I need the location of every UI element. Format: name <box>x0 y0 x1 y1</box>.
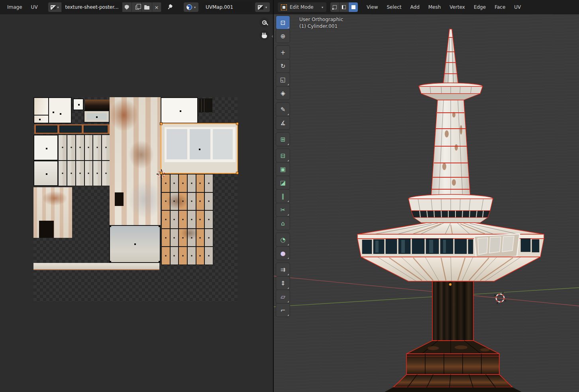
menu-view[interactable]: View <box>363 3 382 12</box>
tool-annotate[interactable]: ✎ <box>276 103 290 116</box>
edge-select-button[interactable] <box>340 2 349 12</box>
blender-window: Image UV ▾ texture-sheet-poster... <box>0 0 579 392</box>
tool-move[interactable]: + <box>276 46 290 59</box>
tool-select-box[interactable]: ⊡ <box>276 16 290 29</box>
viewport-header: Edit Mode ▾ View Select Add Mesh Vertex … <box>274 0 579 14</box>
uv-island-top-panel[interactable] <box>161 97 198 123</box>
tower-main-deck[interactable] <box>357 223 544 281</box>
menu-vertex[interactable]: Vertex <box>446 3 469 12</box>
tool-knife[interactable]: ✂ <box>276 203 290 216</box>
tool-extrude-region[interactable]: ⊟ <box>276 149 290 162</box>
texture-dark-rust <box>85 100 110 110</box>
tower-lower-shaft[interactable] <box>432 281 473 341</box>
tool-cursor[interactable]: ⊕ <box>276 29 290 43</box>
image-icon <box>51 5 56 10</box>
edit-mode-icon <box>281 4 287 10</box>
menu-uv[interactable]: UV <box>27 3 42 12</box>
render-sphere-icon <box>186 4 192 10</box>
object-origin-dot <box>449 283 451 286</box>
uv-editor-header: Image UV ▾ texture-sheet-poster... <box>0 0 273 14</box>
tower-mid-disc[interactable] <box>408 194 493 223</box>
shield-icon <box>125 5 129 10</box>
pan-button[interactable] <box>259 30 269 40</box>
hand-icon <box>262 35 267 38</box>
vertex-select-button[interactable] <box>330 2 340 12</box>
tool-shrink-fatten[interactable]: ⇕ <box>276 276 290 290</box>
uv-map-field[interactable]: UVMap.001 <box>202 2 252 12</box>
uv-island-panel-cluster[interactable] <box>33 97 72 123</box>
copy-icon <box>135 6 139 10</box>
menu-add[interactable]: Add <box>406 3 424 12</box>
uv-2d-cursor[interactable] <box>157 169 166 179</box>
display-channels-button[interactable]: ▾ <box>255 2 270 12</box>
tower-spire[interactable] <box>443 29 458 84</box>
chevron-down-icon: ▾ <box>322 6 323 9</box>
folder-icon <box>144 6 149 10</box>
open-image-button[interactable] <box>142 2 152 12</box>
image-name-field[interactable]: texture-sheet-poster... <box>62 2 122 12</box>
duplicate-image-button[interactable] <box>132 2 142 12</box>
uv-canvas[interactable] <box>33 97 237 302</box>
texture-window-strip <box>34 124 110 134</box>
active-object-label: (1) Cylinder.001 <box>299 23 343 30</box>
menu-mesh[interactable]: Mesh <box>424 3 445 12</box>
tool-shear[interactable]: ▱ <box>276 290 290 303</box>
unlink-image-button[interactable]: × <box>152 2 162 12</box>
tool-edge-slide[interactable]: ⇉ <box>276 263 290 276</box>
image-display-mode-button[interactable]: ▾ <box>184 2 198 12</box>
uv-editor-body[interactable]: ‹ <box>0 14 273 392</box>
tower-upper-shaft[interactable] <box>431 100 470 196</box>
tower-mesh[interactable] <box>274 14 579 392</box>
collapse-chevron-icon[interactable]: ‹ <box>271 33 273 39</box>
tool-rip-region[interactable]: ⌐ <box>276 304 290 317</box>
menu-edge[interactable]: Edge <box>470 3 490 12</box>
tool-scale[interactable]: ◱ <box>276 73 290 86</box>
tool-measure[interactable]: ∡ <box>276 116 290 129</box>
tool-poly-build[interactable]: ⌂ <box>276 217 290 230</box>
viewport-canvas[interactable]: ⊡⊕+↻◱◈✎∡⊞⊟▣◪∥✂⌂◔●⇉⇕▱⌐ User Orthographic … <box>274 14 579 392</box>
edge-icon <box>342 5 346 9</box>
mode-label: Edit Mode <box>290 4 314 10</box>
tool-bevel[interactable]: ◪ <box>276 176 290 189</box>
tower-base[interactable] <box>385 341 522 392</box>
mode-dropdown[interactable]: Edit Mode ▾ <box>278 2 326 12</box>
chevron-down-icon: ▾ <box>194 6 196 9</box>
menu-face[interactable]: Face <box>491 3 509 12</box>
fake-user-button[interactable] <box>122 2 132 12</box>
uv-island-cell-grid[interactable] <box>161 174 213 265</box>
uv-island-grey-panel[interactable] <box>109 225 161 263</box>
chevron-down-icon: ▾ <box>265 6 267 9</box>
texture-bottom-strip <box>33 263 159 270</box>
tool-inset-faces[interactable]: ▣ <box>276 163 290 176</box>
viewport-3d: Edit Mode ▾ View Select Add Mesh Vertex … <box>274 0 579 392</box>
uv-island-big-face-b[interactable] <box>33 161 58 186</box>
uv-image-editor: Image UV ▾ texture-sheet-poster... <box>0 0 274 392</box>
tool-spin[interactable]: ◔ <box>276 233 290 246</box>
uv-island-big-face-a[interactable] <box>33 135 58 161</box>
uv-island-column-grid[interactable] <box>58 135 110 186</box>
tool-add-cube[interactable]: ⊞ <box>276 133 290 146</box>
zoom-button[interactable] <box>259 18 269 27</box>
pin-icon[interactable] <box>166 3 174 11</box>
face-select-button[interactable] <box>349 2 358 12</box>
menu-uv[interactable]: UV <box>510 3 525 12</box>
tool-transform[interactable]: ◈ <box>276 86 290 100</box>
tool-smooth[interactable]: ● <box>276 247 290 260</box>
tool-rotate[interactable]: ↻ <box>276 59 290 73</box>
select-mode-group <box>330 2 358 12</box>
uv-island-small-panel[interactable] <box>73 98 84 110</box>
uv-island-ladder[interactable] <box>198 98 212 112</box>
vertex-icon <box>333 5 337 9</box>
texture-rust-block <box>33 187 72 238</box>
image-channels-icon <box>258 5 263 10</box>
uv-island-hatch[interactable] <box>84 110 110 123</box>
menu-select[interactable]: Select <box>383 3 405 12</box>
uv-island-selected-window-wall[interactable] <box>161 123 238 174</box>
image-browse-button[interactable]: ▾ <box>48 2 62 12</box>
menu-image[interactable]: Image <box>3 3 26 12</box>
tool-loop-cut[interactable]: ∥ <box>276 190 290 203</box>
magnifier-icon <box>262 20 267 25</box>
tower-top-disc[interactable] <box>419 83 483 100</box>
viewport-overlay-text: User Orthographic (1) Cylinder.001 <box>299 16 343 30</box>
uv-nav-buttons <box>259 18 269 40</box>
